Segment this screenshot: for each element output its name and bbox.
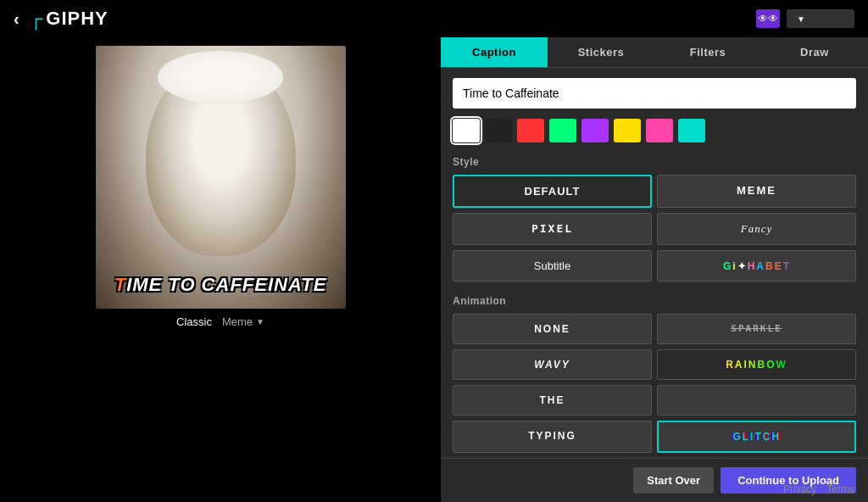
chevron-down-icon: ▼ bbox=[256, 317, 264, 326]
terms-link[interactable]: Terms bbox=[826, 483, 854, 495]
style-btn-meme[interactable]: MEME bbox=[657, 175, 856, 208]
color-swatch-teal[interactable] bbox=[678, 119, 705, 142]
animation-section-label: Animation bbox=[453, 295, 856, 307]
style-grid: DEFAULT MEME PIXEL Fancy Subtitle Gi✦HAB… bbox=[453, 175, 856, 282]
anim-btn-none[interactable]: NONE bbox=[453, 314, 652, 344]
style-btn-pixel[interactable]: PIXEL bbox=[453, 213, 652, 245]
tab-filters[interactable]: Filters bbox=[654, 37, 761, 67]
style-btn-alphabet[interactable]: Gi✦HABET bbox=[657, 250, 856, 282]
video-preview: TiME TO CAFFEINATE bbox=[96, 46, 346, 309]
tab-draw[interactable]: Draw bbox=[761, 37, 868, 67]
logo-text: GIPHY bbox=[46, 8, 108, 30]
caption-overlay: TiME TO CAFFEINATE bbox=[96, 274, 346, 296]
anim-btn-the[interactable]: THE bbox=[453, 385, 652, 416]
user-avatar[interactable]: 👁👁 bbox=[756, 9, 780, 28]
caption-text-input[interactable] bbox=[453, 78, 856, 109]
style-btn-fancy[interactable]: Fancy bbox=[657, 213, 856, 245]
anim-btn-rainbow[interactable]: RAINBOW bbox=[657, 349, 856, 380]
left-panel: TiME TO CAFFEINATE Classic Meme ▼ bbox=[0, 37, 441, 502]
color-swatch-black[interactable] bbox=[485, 119, 512, 142]
anim-btn-glitch[interactable]: GLITCH bbox=[657, 421, 856, 453]
color-swatch-pink[interactable] bbox=[646, 119, 673, 142]
back-button[interactable]: ‹ bbox=[14, 9, 19, 29]
panel-content: Style DEFAULT MEME PIXEL Fancy Subtitle … bbox=[441, 68, 868, 458]
style-tabs: Classic Meme ▼ bbox=[176, 315, 264, 328]
style-btn-default[interactable]: DEFAULT bbox=[453, 175, 652, 208]
style-tab-meme[interactable]: Meme ▼ bbox=[222, 315, 264, 328]
bottom-bar: Start Over Continue to Upload bbox=[441, 458, 868, 502]
style-section-label: Style bbox=[453, 156, 856, 168]
caption-t: T bbox=[114, 274, 126, 295]
style-btn-subtitle[interactable]: Subtitle bbox=[453, 250, 652, 282]
anim-btn-sparkle[interactable]: SPARKLE bbox=[657, 314, 856, 344]
color-swatches bbox=[453, 119, 856, 142]
header: ‹ ┌ GIPHY 👁👁 ▼ bbox=[0, 0, 868, 37]
color-swatch-purple[interactable] bbox=[581, 119, 609, 142]
right-panel: Caption Stickers Filters Draw Style bbox=[441, 37, 868, 502]
user-dropdown[interactable]: ▼ bbox=[787, 9, 854, 28]
animation-grid: NONE SPARKLE WAVY RAINBOW THE TYPING GLI… bbox=[453, 314, 856, 453]
footer-links: Privacy Terms bbox=[783, 483, 854, 495]
anim-btn-blank[interactable] bbox=[657, 385, 856, 416]
video-background bbox=[96, 46, 346, 309]
header-right: 👁👁 ▼ bbox=[756, 9, 854, 28]
logo: ┌ GIPHY bbox=[30, 8, 108, 30]
anim-btn-wavy[interactable]: WAVY bbox=[453, 349, 652, 380]
anim-btn-typing[interactable]: TYPING bbox=[453, 421, 652, 453]
color-swatch-red[interactable] bbox=[517, 119, 544, 142]
privacy-link[interactable]: Privacy bbox=[783, 483, 816, 495]
caption-rest: iME TO CAFFEINATE bbox=[126, 274, 326, 295]
style-tab-classic[interactable]: Classic bbox=[176, 315, 212, 328]
header-left: ‹ ┌ GIPHY bbox=[14, 8, 108, 30]
tab-stickers[interactable]: Stickers bbox=[548, 37, 654, 67]
start-over-button[interactable]: Start Over bbox=[633, 467, 714, 494]
color-swatch-yellow[interactable] bbox=[614, 119, 641, 142]
main-content: TiME TO CAFFEINATE Classic Meme ▼ Captio… bbox=[0, 37, 868, 502]
color-swatch-green[interactable] bbox=[549, 119, 576, 142]
logo-icon: ┌ bbox=[30, 8, 43, 30]
chevron-down-icon: ▼ bbox=[797, 14, 805, 24]
tab-caption[interactable]: Caption bbox=[441, 37, 548, 67]
color-swatch-white[interactable] bbox=[453, 119, 480, 142]
tab-bar: Caption Stickers Filters Draw bbox=[441, 37, 868, 68]
